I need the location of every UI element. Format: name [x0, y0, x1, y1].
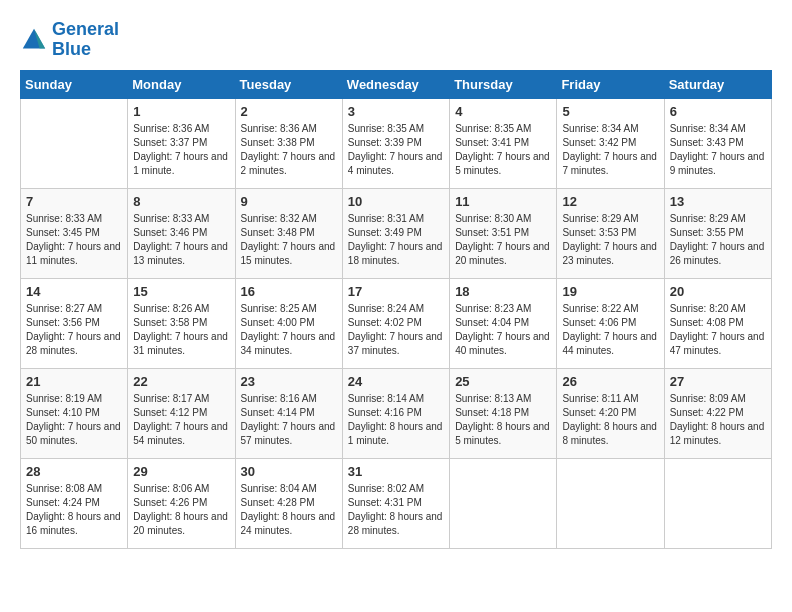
cell-info: Sunrise: 8:20 AMSunset: 4:08 PMDaylight:… [670, 302, 766, 358]
day-number: 19 [562, 284, 658, 299]
cell-info: Sunrise: 8:26 AMSunset: 3:58 PMDaylight:… [133, 302, 229, 358]
calendar-cell: 25Sunrise: 8:13 AMSunset: 4:18 PMDayligh… [450, 368, 557, 458]
logo: General Blue [20, 20, 119, 60]
cell-info: Sunrise: 8:06 AMSunset: 4:26 PMDaylight:… [133, 482, 229, 538]
day-number: 26 [562, 374, 658, 389]
calendar-cell: 15Sunrise: 8:26 AMSunset: 3:58 PMDayligh… [128, 278, 235, 368]
cell-info: Sunrise: 8:34 AMSunset: 3:42 PMDaylight:… [562, 122, 658, 178]
calendar-cell: 16Sunrise: 8:25 AMSunset: 4:00 PMDayligh… [235, 278, 342, 368]
weekday-header-thursday: Thursday [450, 70, 557, 98]
calendar-week-row: 1Sunrise: 8:36 AMSunset: 3:37 PMDaylight… [21, 98, 772, 188]
cell-info: Sunrise: 8:17 AMSunset: 4:12 PMDaylight:… [133, 392, 229, 448]
weekday-header-tuesday: Tuesday [235, 70, 342, 98]
cell-info: Sunrise: 8:30 AMSunset: 3:51 PMDaylight:… [455, 212, 551, 268]
cell-info: Sunrise: 8:25 AMSunset: 4:00 PMDaylight:… [241, 302, 337, 358]
cell-info: Sunrise: 8:16 AMSunset: 4:14 PMDaylight:… [241, 392, 337, 448]
calendar-cell: 2Sunrise: 8:36 AMSunset: 3:38 PMDaylight… [235, 98, 342, 188]
calendar-cell: 29Sunrise: 8:06 AMSunset: 4:26 PMDayligh… [128, 458, 235, 548]
day-number: 9 [241, 194, 337, 209]
cell-info: Sunrise: 8:22 AMSunset: 4:06 PMDaylight:… [562, 302, 658, 358]
calendar-cell: 21Sunrise: 8:19 AMSunset: 4:10 PMDayligh… [21, 368, 128, 458]
calendar-cell: 18Sunrise: 8:23 AMSunset: 4:04 PMDayligh… [450, 278, 557, 368]
day-number: 30 [241, 464, 337, 479]
calendar-cell [450, 458, 557, 548]
day-number: 21 [26, 374, 122, 389]
cell-info: Sunrise: 8:13 AMSunset: 4:18 PMDaylight:… [455, 392, 551, 448]
day-number: 18 [455, 284, 551, 299]
day-number: 7 [26, 194, 122, 209]
calendar-cell: 8Sunrise: 8:33 AMSunset: 3:46 PMDaylight… [128, 188, 235, 278]
cell-info: Sunrise: 8:35 AMSunset: 3:41 PMDaylight:… [455, 122, 551, 178]
calendar-cell: 17Sunrise: 8:24 AMSunset: 4:02 PMDayligh… [342, 278, 449, 368]
calendar-week-row: 7Sunrise: 8:33 AMSunset: 3:45 PMDaylight… [21, 188, 772, 278]
calendar-cell: 19Sunrise: 8:22 AMSunset: 4:06 PMDayligh… [557, 278, 664, 368]
calendar-week-row: 28Sunrise: 8:08 AMSunset: 4:24 PMDayligh… [21, 458, 772, 548]
cell-info: Sunrise: 8:32 AMSunset: 3:48 PMDaylight:… [241, 212, 337, 268]
cell-info: Sunrise: 8:36 AMSunset: 3:38 PMDaylight:… [241, 122, 337, 178]
calendar-cell: 11Sunrise: 8:30 AMSunset: 3:51 PMDayligh… [450, 188, 557, 278]
calendar-cell: 7Sunrise: 8:33 AMSunset: 3:45 PMDaylight… [21, 188, 128, 278]
calendar-table: SundayMondayTuesdayWednesdayThursdayFrid… [20, 70, 772, 549]
day-number: 16 [241, 284, 337, 299]
day-number: 23 [241, 374, 337, 389]
day-number: 25 [455, 374, 551, 389]
calendar-cell: 13Sunrise: 8:29 AMSunset: 3:55 PMDayligh… [664, 188, 771, 278]
calendar-week-row: 21Sunrise: 8:19 AMSunset: 4:10 PMDayligh… [21, 368, 772, 458]
day-number: 20 [670, 284, 766, 299]
day-number: 22 [133, 374, 229, 389]
page-header: General Blue [20, 20, 772, 60]
cell-info: Sunrise: 8:09 AMSunset: 4:22 PMDaylight:… [670, 392, 766, 448]
calendar-cell [557, 458, 664, 548]
day-number: 3 [348, 104, 444, 119]
day-number: 31 [348, 464, 444, 479]
day-number: 4 [455, 104, 551, 119]
calendar-cell: 24Sunrise: 8:14 AMSunset: 4:16 PMDayligh… [342, 368, 449, 458]
calendar-cell: 22Sunrise: 8:17 AMSunset: 4:12 PMDayligh… [128, 368, 235, 458]
logo-icon [20, 26, 48, 54]
day-number: 10 [348, 194, 444, 209]
day-number: 14 [26, 284, 122, 299]
calendar-cell: 27Sunrise: 8:09 AMSunset: 4:22 PMDayligh… [664, 368, 771, 458]
calendar-cell: 3Sunrise: 8:35 AMSunset: 3:39 PMDaylight… [342, 98, 449, 188]
weekday-header-saturday: Saturday [664, 70, 771, 98]
weekday-header-monday: Monday [128, 70, 235, 98]
calendar-cell: 12Sunrise: 8:29 AMSunset: 3:53 PMDayligh… [557, 188, 664, 278]
day-number: 11 [455, 194, 551, 209]
day-number: 2 [241, 104, 337, 119]
weekday-header-sunday: Sunday [21, 70, 128, 98]
calendar-cell: 9Sunrise: 8:32 AMSunset: 3:48 PMDaylight… [235, 188, 342, 278]
calendar-cell: 26Sunrise: 8:11 AMSunset: 4:20 PMDayligh… [557, 368, 664, 458]
cell-info: Sunrise: 8:33 AMSunset: 3:46 PMDaylight:… [133, 212, 229, 268]
cell-info: Sunrise: 8:19 AMSunset: 4:10 PMDaylight:… [26, 392, 122, 448]
weekday-header-friday: Friday [557, 70, 664, 98]
cell-info: Sunrise: 8:08 AMSunset: 4:24 PMDaylight:… [26, 482, 122, 538]
day-number: 24 [348, 374, 444, 389]
cell-info: Sunrise: 8:14 AMSunset: 4:16 PMDaylight:… [348, 392, 444, 448]
cell-info: Sunrise: 8:04 AMSunset: 4:28 PMDaylight:… [241, 482, 337, 538]
cell-info: Sunrise: 8:31 AMSunset: 3:49 PMDaylight:… [348, 212, 444, 268]
day-number: 1 [133, 104, 229, 119]
day-number: 15 [133, 284, 229, 299]
calendar-cell [21, 98, 128, 188]
cell-info: Sunrise: 8:27 AMSunset: 3:56 PMDaylight:… [26, 302, 122, 358]
calendar-cell: 1Sunrise: 8:36 AMSunset: 3:37 PMDaylight… [128, 98, 235, 188]
day-number: 8 [133, 194, 229, 209]
day-number: 13 [670, 194, 766, 209]
calendar-cell: 31Sunrise: 8:02 AMSunset: 4:31 PMDayligh… [342, 458, 449, 548]
cell-info: Sunrise: 8:36 AMSunset: 3:37 PMDaylight:… [133, 122, 229, 178]
cell-info: Sunrise: 8:33 AMSunset: 3:45 PMDaylight:… [26, 212, 122, 268]
calendar-cell: 14Sunrise: 8:27 AMSunset: 3:56 PMDayligh… [21, 278, 128, 368]
cell-info: Sunrise: 8:02 AMSunset: 4:31 PMDaylight:… [348, 482, 444, 538]
cell-info: Sunrise: 8:34 AMSunset: 3:43 PMDaylight:… [670, 122, 766, 178]
cell-info: Sunrise: 8:35 AMSunset: 3:39 PMDaylight:… [348, 122, 444, 178]
calendar-cell: 4Sunrise: 8:35 AMSunset: 3:41 PMDaylight… [450, 98, 557, 188]
day-number: 28 [26, 464, 122, 479]
weekday-header-wednesday: Wednesday [342, 70, 449, 98]
cell-info: Sunrise: 8:29 AMSunset: 3:55 PMDaylight:… [670, 212, 766, 268]
cell-info: Sunrise: 8:29 AMSunset: 3:53 PMDaylight:… [562, 212, 658, 268]
weekday-header-row: SundayMondayTuesdayWednesdayThursdayFrid… [21, 70, 772, 98]
calendar-cell: 23Sunrise: 8:16 AMSunset: 4:14 PMDayligh… [235, 368, 342, 458]
cell-info: Sunrise: 8:24 AMSunset: 4:02 PMDaylight:… [348, 302, 444, 358]
calendar-cell: 6Sunrise: 8:34 AMSunset: 3:43 PMDaylight… [664, 98, 771, 188]
calendar-cell [664, 458, 771, 548]
